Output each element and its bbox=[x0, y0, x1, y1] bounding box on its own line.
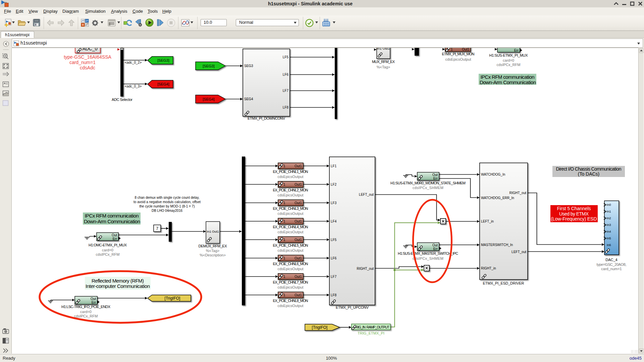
svg-text:card=0: card=0 bbox=[102, 248, 113, 252]
svg-text:H1:SUS-ETMX_PI_MUX: H1:SUS-ETMX_PI_MUX bbox=[489, 53, 528, 57]
svg-text:LF6: LF6 bbox=[331, 256, 337, 260]
svg-text:%<Description>: %<Description> bbox=[200, 253, 226, 257]
svg-text:cdsEpicsOutput: cdsEpicsOutput bbox=[278, 304, 304, 308]
svg-text:LF1: LF1 bbox=[331, 164, 337, 168]
svg-text:1: 1 bbox=[451, 48, 453, 51]
svg-text:[SEG3]: [SEG3] bbox=[157, 58, 169, 62]
svg-text:<adc_0_2>: <adc_0_2> bbox=[125, 61, 142, 64]
svg-text:LF7: LF7 bbox=[283, 89, 289, 93]
svg-text:IPCx RFM communication: IPCx RFM communication bbox=[85, 213, 139, 219]
svg-text:LF2: LF2 bbox=[331, 183, 337, 186]
svg-text:LF8: LF8 bbox=[331, 293, 337, 297]
svg-text:Out: Out bbox=[432, 173, 438, 177]
svg-text:Inter-computer Communication: Inter-computer Communication bbox=[86, 283, 150, 289]
svg-text:First 5 Channels: First 5 Channels bbox=[557, 206, 591, 211]
svg-text:card_num=1: card_num=1 bbox=[601, 267, 622, 271]
svg-text:[TrigIFO]: [TrigIFO] bbox=[165, 296, 180, 301]
svg-text:EX_PCIE_CHNL7_MON: EX_PCIE_CHNL7_MON bbox=[273, 280, 308, 284]
svg-text:H1:SUS-ETMX_MASTER_SWITCH_IPC: H1:SUS-ETMX_MASTER_SWITCH_IPC bbox=[398, 251, 458, 255]
svg-text:cdsIPCx_SHMEM: cdsIPCx_SHMEM bbox=[413, 256, 443, 260]
svg-text:cdsIPCx_SHMEM: cdsIPCx_SHMEM bbox=[413, 186, 443, 190]
svg-text:H1:OMC-ETMX_PI_MUX: H1:OMC-ETMX_PI_MUX bbox=[89, 243, 127, 247]
svg-text:LF8: LF8 bbox=[283, 106, 289, 109]
svg-text:EX_PCIE_CHNL5_MON: EX_PCIE_CHNL5_MON bbox=[273, 243, 308, 247]
svg-text:<adc_0_3>: <adc_0_3> bbox=[125, 84, 142, 88]
svg-text:ADC Selector: ADC Selector bbox=[112, 98, 132, 102]
svg-text:cdsEpicsOutput: cdsEpicsOutput bbox=[278, 267, 304, 271]
svg-text:MUX_RFM_EX: MUX_RFM_EX bbox=[372, 60, 395, 64]
svg-text:[TrigIFO]: [TrigIFO] bbox=[312, 325, 328, 330]
svg-text:7: 7 bbox=[156, 226, 158, 231]
svg-text:Out: Out bbox=[432, 243, 438, 247]
svg-text:cdsEpicsOutput: cdsEpicsOutput bbox=[278, 193, 304, 197]
svg-text:%<Tag>: %<Tag> bbox=[206, 249, 219, 253]
svg-text:LF5: LF5 bbox=[331, 238, 337, 242]
svg-text:Out1: Out1 bbox=[462, 48, 469, 51]
svg-text:LF3: LF3 bbox=[331, 201, 337, 205]
svg-text:DAC_4: DAC_4 bbox=[605, 258, 617, 262]
svg-text:(Low-Frequency) ESD: (Low-Frequency) ESD bbox=[551, 216, 597, 222]
svg-text:cdsEpicsOutput: cdsEpicsOutput bbox=[278, 230, 304, 234]
svg-text:WATCHDOG_ERR_In: WATCHDOG_ERR_In bbox=[481, 196, 514, 200]
svg-text:Err: Err bbox=[433, 247, 438, 251]
svg-text:to avoid a negative moduls cal: to avoid a negative moduls calculation, … bbox=[133, 200, 201, 204]
svg-text:8 chan demux with single cycle: 8 chan demux with single cycle count del… bbox=[135, 196, 200, 199]
svg-text:cdsIPCx_RFM: cdsIPCx_RFM bbox=[497, 63, 521, 67]
svg-text:ETMX_PI_UPCONV: ETMX_PI_UPCONV bbox=[336, 305, 369, 309]
svg-text:LEFT_in: LEFT_in bbox=[481, 220, 494, 223]
svg-text:TRIG_IN RAMP_OUTPUT: TRIG_IN RAMP_OUTPUT bbox=[354, 325, 390, 329]
svg-text:Down-Arm Communication: Down-Arm Communication bbox=[84, 219, 140, 224]
svg-text:EX_PCIE_CHNL2_MON: EX_PCIE_CHNL2_MON bbox=[273, 188, 308, 192]
svg-text:In2: In2 bbox=[607, 217, 611, 220]
svg-text:In5: In5 bbox=[607, 237, 611, 240]
svg-text:cdsEpicsOutput: cdsEpicsOutput bbox=[445, 57, 471, 61]
svg-text:H1:LSC-TRIG_IFO_PCIE_ENDX: H1:LSC-TRIG_IFO_PCIE_ENDX bbox=[61, 305, 111, 309]
svg-text:Direct I/O Chassis Communicati: Direct I/O Chassis Communication bbox=[556, 166, 622, 172]
svg-text:Out: Out bbox=[91, 297, 96, 301]
svg-text:Down-Arm Communication: Down-Arm Communication bbox=[480, 79, 536, 85]
svg-text:cdsEpicsOutput: cdsEpicsOutput bbox=[278, 248, 304, 252]
svg-text:EX_PCIE_CHNL8_MON: EX_PCIE_CHNL8_MON bbox=[273, 299, 308, 303]
svg-text:LF5: LF5 bbox=[283, 55, 289, 59]
svg-text:TRIG_ETMX_PI: TRIG_ETMX_PI bbox=[358, 331, 384, 335]
svg-text:LF6: LF6 bbox=[283, 73, 289, 76]
svg-text:RIGHT_in: RIGHT_in bbox=[481, 266, 496, 270]
svg-text:LF7: LF7 bbox=[331, 275, 337, 279]
svg-text:ETMX_PI_ESD_DRIVER: ETMX_PI_ESD_DRIVER bbox=[483, 281, 524, 285]
svg-text:DB LHO 04may2016: DB LHO 04may2016 bbox=[152, 209, 182, 213]
svg-text:EX_PCIE_CHNL4_MON: EX_PCIE_CHNL4_MON bbox=[273, 225, 308, 229]
svg-text:EX_PCIE_CHNL1_MON: EX_PCIE_CHNL1_MON bbox=[273, 170, 308, 174]
svg-text:cdsEpicsOutput: cdsEpicsOutput bbox=[278, 285, 304, 289]
svg-text:[SEG4]: [SEG4] bbox=[203, 97, 214, 101]
svg-text:In1: In1 bbox=[607, 210, 611, 213]
svg-text:WATCHDOG_In: WATCHDOG_In bbox=[481, 173, 505, 176]
svg-text:type-GSC_16AI64SSA: type-GSC_16AI64SSA bbox=[64, 54, 111, 60]
svg-text:(To DACs): (To DACs) bbox=[578, 171, 600, 177]
svg-text:SEG4: SEG4 bbox=[244, 97, 253, 101]
svg-text:Err: Err bbox=[433, 177, 438, 180]
svg-text:EX_PCIE_CHNL3_MON: EX_PCIE_CHNL3_MON bbox=[273, 206, 308, 210]
svg-text:cdsEpicsOutput: cdsEpicsOutput bbox=[278, 212, 304, 216]
svg-text:Err: Err bbox=[92, 301, 96, 304]
svg-text:card_num=1: card_num=1 bbox=[69, 60, 96, 65]
svg-text:In4: In4 bbox=[607, 230, 611, 233]
svg-text:In1: In1 bbox=[207, 230, 211, 233]
svg-text:RIGHT_out: RIGHT_out bbox=[509, 191, 526, 195]
svg-text:In6: In6 bbox=[607, 243, 611, 247]
svg-text:EX_PCIE_CHNL6_MON: EX_PCIE_CHNL6_MON bbox=[273, 262, 308, 266]
svg-text:cdsIPCx_RFM: cdsIPCx_RFM bbox=[96, 252, 120, 256]
svg-text:In1 Out1: In1 Out1 bbox=[377, 48, 390, 50]
svg-text:cdsAdc: cdsAdc bbox=[80, 65, 95, 70]
svg-text:In3: In3 bbox=[607, 223, 611, 227]
svg-text:card=0: card=0 bbox=[80, 310, 92, 314]
svg-text:card=0: card=0 bbox=[503, 58, 514, 62]
svg-text:LEFT_out: LEFT_out bbox=[359, 193, 374, 196]
svg-text:ETMX_PI_DOWNCONV: ETMX_PI_DOWNCONV bbox=[248, 116, 285, 120]
svg-text:SEG3: SEG3 bbox=[244, 64, 253, 68]
svg-text:LEFT_out: LEFT_out bbox=[512, 250, 526, 254]
svg-text:ETMX_PI_MUX_MON: ETMX_PI_MUX_MON bbox=[442, 52, 475, 56]
svg-text:Used by ETMX: Used by ETMX bbox=[559, 211, 589, 217]
svg-text:[SEG4]: [SEG4] bbox=[157, 82, 169, 86]
svg-text:[SEG3]: [SEG3] bbox=[203, 64, 214, 68]
svg-text:Out1: Out1 bbox=[212, 230, 219, 233]
